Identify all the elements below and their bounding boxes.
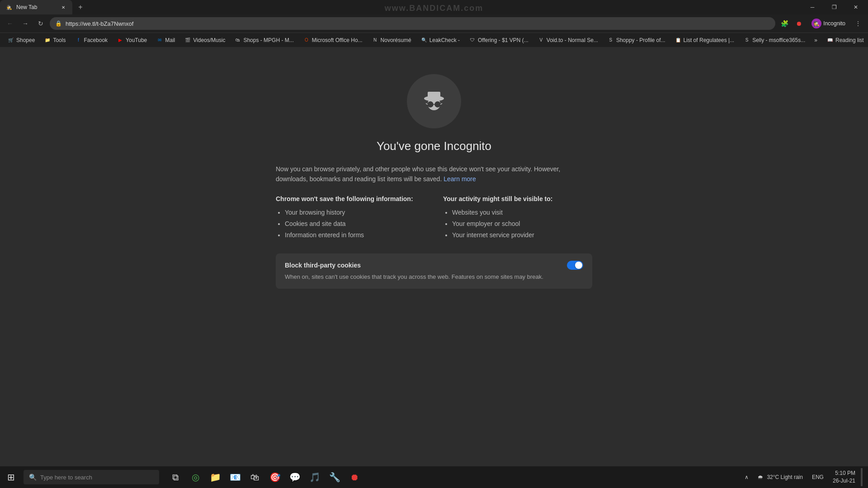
bookmark-reading-list[interactable]: 📖 Reading list <box>823 35 868 45</box>
bookmark-reading-label: Reading list <box>835 37 864 43</box>
bookmark-youtube[interactable]: ▶ YouTube <box>113 35 151 45</box>
task-view-button[interactable]: ⧉ <box>166 466 184 488</box>
address-bar[interactable]: 🔒 https://we.tl/t-bZa7Nwnxof <box>50 17 775 30</box>
office-favicon: O <box>303 37 310 44</box>
list-item: Your internet service provider <box>452 230 592 241</box>
language-indicator[interactable]: ENG <box>808 472 827 482</box>
extensions-icon[interactable]: 🧩 <box>778 17 791 30</box>
outlook-icon[interactable]: 📧 <box>226 466 244 488</box>
search-placeholder: Type here to search <box>40 474 92 481</box>
reload-button[interactable]: ↻ <box>34 17 47 30</box>
left-column: Chrome won't save the following informat… <box>276 195 425 241</box>
search-icon: 🔍 <box>29 474 37 481</box>
facebook-favicon: f <box>75 37 82 44</box>
system-clock[interactable]: 5:10 PM 26-Jul-21 <box>829 468 859 487</box>
selly-favicon: S <box>743 37 750 44</box>
window-controls: ─ ❐ ✕ <box>802 0 868 14</box>
bookmark-void[interactable]: V Void.to - Normal Se... <box>534 35 602 45</box>
novo-favicon: N <box>372 37 379 44</box>
file-explorer-icon[interactable]: 📁 <box>206 466 224 488</box>
bookmark-videos[interactable]: 🎬 Videos/Music <box>180 35 229 45</box>
cookies-toggle[interactable] <box>567 261 583 270</box>
cookies-title: Block third-party cookies <box>285 262 361 269</box>
start-button[interactable]: ⊞ <box>0 466 22 488</box>
bookmark-shops[interactable]: 🛍 Shops - MPGH - M... <box>231 35 297 45</box>
weather-widget[interactable]: 🌧 32°C Light rain <box>754 472 807 482</box>
left-column-title: Chrome won't save the following informat… <box>276 195 425 202</box>
profile-button[interactable]: 🕵 Incognito <box>807 17 850 30</box>
chrome-taskbar-icon[interactable]: ◎ <box>186 466 204 488</box>
taskbar-search-box[interactable]: 🔍 Type here to search <box>24 470 159 484</box>
bookmark-novo[interactable]: N Novorésumé <box>368 35 415 45</box>
bookmarks-bar: 🛒 Shopee 📁 Tools f Facebook ▶ YouTube ✉ … <box>0 33 868 47</box>
tab-strip: 🕵 New Tab ✕ + <box>0 0 87 14</box>
bookmark-shopee[interactable]: 🛒 Shopee <box>4 35 38 45</box>
incognito-description: Now you can browse privately, and other … <box>276 164 592 184</box>
bookmark-void-label: Void.to - Normal Se... <box>547 37 598 43</box>
record-icon[interactable]: ⏺ <box>793 17 805 30</box>
bookmark-selly[interactable]: S Selly - msoffice365s... <box>740 35 809 45</box>
lock-icon: 🔒 <box>55 20 62 27</box>
bookmark-vpn-label: Offering - $1 VPN (... <box>478 37 528 43</box>
learn-more-link[interactable]: Learn more <box>443 175 476 183</box>
incognito-columns: Chrome won't save the following informat… <box>276 195 592 241</box>
incognito-icon-circle <box>407 74 461 128</box>
bookmark-videos-label: Videos/Music <box>193 37 225 43</box>
title-bar-left: 🕵 New Tab ✕ + <box>0 0 802 14</box>
list-favicon: 📋 <box>675 37 682 44</box>
bookmark-shops-label: Shops - MPGH - M... <box>243 37 293 43</box>
cookies-description: When on, sites can't use cookies that tr… <box>285 272 583 282</box>
app6-icon[interactable]: 🎯 <box>266 466 284 488</box>
tools-icon[interactable]: 🔧 <box>326 466 344 488</box>
music-icon[interactable]: 🎵 <box>306 466 324 488</box>
left-column-list: Your browsing history Cookies and site d… <box>276 207 425 241</box>
right-column-title: Your activity might still be visible to: <box>443 195 592 202</box>
bookmark-office[interactable]: O Microsoft Office Ho... <box>299 35 366 45</box>
weather-icon: 🌧 <box>758 474 763 480</box>
bookmark-leak-label: LeakCheck - <box>429 37 460 43</box>
vpn-favicon: 🛡 <box>469 37 476 44</box>
system-tray[interactable]: ∧ <box>741 472 752 482</box>
list-item: Your browsing history <box>285 207 425 218</box>
bookmark-list[interactable]: 📋 List of Regulatees |... <box>671 35 738 45</box>
up-arrow-icon: ∧ <box>745 474 749 480</box>
bookmark-shoppy[interactable]: S Shoppy - Profile of... <box>604 35 669 45</box>
clock-date: 26-Jul-21 <box>833 477 855 485</box>
incognito-title: You've gone Incognito <box>276 139 592 153</box>
tab-close-button[interactable]: ✕ <box>60 4 67 11</box>
new-tab-button[interactable]: + <box>74 1 87 14</box>
leak-favicon: 🔍 <box>420 37 428 44</box>
language-text: ENG <box>812 474 824 480</box>
void-favicon: V <box>538 37 545 44</box>
incognito-icon-wrap <box>276 74 592 128</box>
list-item: Your employer or school <box>452 218 592 230</box>
bookmark-vpn[interactable]: 🛡 Offering - $1 VPN (... <box>465 35 532 45</box>
bandicam-icon[interactable]: ⏺ <box>345 466 363 488</box>
bookmark-leak[interactable]: 🔍 LeakCheck - <box>417 35 463 45</box>
show-desktop-button[interactable] <box>861 468 863 486</box>
videos-favicon: 🎬 <box>184 37 191 44</box>
bookmark-tools[interactable]: 📁 Tools <box>40 35 69 45</box>
menu-icon[interactable]: ⋮ <box>852 17 864 30</box>
weather-label: 32°C Light rain <box>767 474 803 480</box>
whatsapp-icon[interactable]: 💬 <box>286 466 304 488</box>
bookmark-shopee-label: Shopee <box>16 37 35 43</box>
bookmark-facebook-label: Facebook <box>84 37 108 43</box>
tools-favicon: 📁 <box>44 37 51 44</box>
list-item: Websites you visit <box>452 207 592 218</box>
bookmark-mail[interactable]: ✉ Mail <box>152 35 179 45</box>
active-tab[interactable]: 🕵 New Tab ✕ <box>0 0 72 14</box>
incognito-svg-icon <box>418 85 450 117</box>
bookmark-list-label: List of Regulatees |... <box>684 37 735 43</box>
bookmarks-more-button[interactable]: » <box>811 36 821 45</box>
taskbar-right: ∧ 🌧 32°C Light rain ENG 5:10 PM 26-Jul-2… <box>741 466 868 488</box>
restore-button[interactable]: ❐ <box>824 0 844 14</box>
bookmark-facebook[interactable]: f Facebook <box>71 35 111 45</box>
back-button[interactable]: ← <box>4 17 16 30</box>
clock-time: 5:10 PM <box>835 469 855 477</box>
close-button[interactable]: ✕ <box>845 0 866 14</box>
minimize-button[interactable]: ─ <box>802 0 823 14</box>
shopee-favicon: 🛒 <box>7 37 14 44</box>
store-icon[interactable]: 🛍 <box>246 466 264 488</box>
forward-button[interactable]: → <box>19 17 32 30</box>
